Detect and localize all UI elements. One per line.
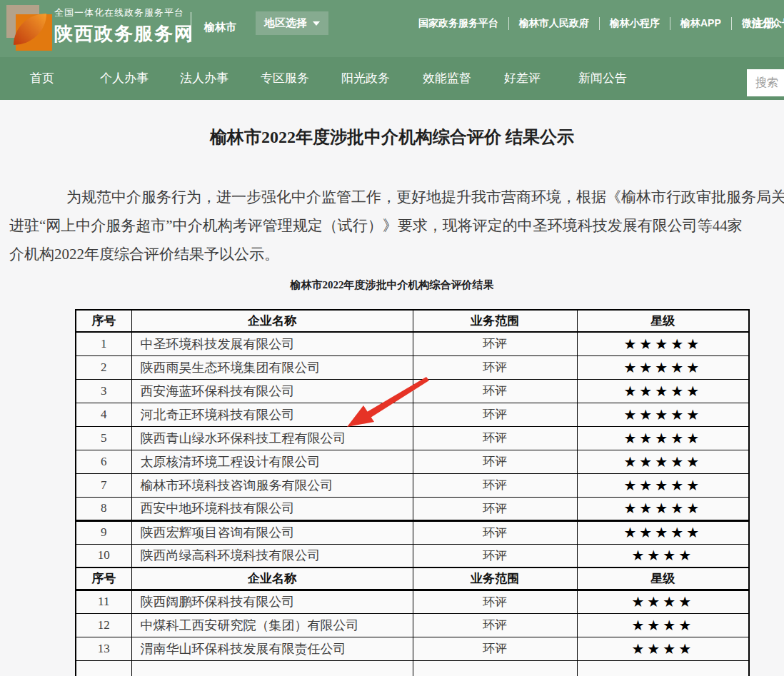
empty-cell <box>131 660 413 676</box>
table-header-row: 序号企业名称业务范围星级 <box>76 567 749 590</box>
company-name-cell: 陕西宏辉项目咨询有限公司 <box>131 520 413 544</box>
business-scope-cell: 环评 <box>413 332 577 355</box>
business-scope-cell: 环评 <box>413 497 577 520</box>
row-number-cell: 4 <box>76 403 131 426</box>
column-header: 业务范围 <box>413 567 577 590</box>
external-links: 国家政务服务平台榆林市人民政府榆林小程序榆林APP微信公众号 <box>408 0 784 47</box>
nav-item[interactable]: 好差评 <box>504 57 541 100</box>
site-name: 陕西政务服务网 <box>54 21 194 46</box>
star-rating-cell: ★★★★★ <box>577 426 749 450</box>
external-link[interactable]: 榆林小程序 <box>599 17 670 30</box>
star-rating-cell: ★★★★ <box>577 590 749 613</box>
table-row: 10陕西尚绿高科环境科技有限公司环评★★★★ <box>76 544 749 567</box>
table-row: 6太原核清环境工程设计有限公司环评★★★★★ <box>76 450 749 473</box>
current-city[interactable]: 榆林市 <box>204 21 236 34</box>
column-header: 星级 <box>577 567 749 590</box>
row-number-cell: 7 <box>76 473 131 497</box>
table-header-row: 序号企业名称业务范围星级 <box>76 310 749 332</box>
red-arrow-annotation <box>336 371 436 432</box>
row-number-cell: 6 <box>76 450 131 473</box>
star-rating-cell: ★★★★★ <box>577 473 749 497</box>
table-row: 7榆林市环境科技咨询服务有限公司环评★★★★★ <box>76 473 749 497</box>
company-name-cell: 陕西尚绿高科环境科技有限公司 <box>131 544 413 567</box>
table-row: 8西安中地环境科技有限公司环评★★★★★ <box>76 497 749 520</box>
table-row: 11陕西阔鹏环保科技有限公司环评★★★★ <box>76 590 749 613</box>
nav-item[interactable]: 新闻公告 <box>578 57 627 100</box>
nav-item[interactable]: 首页 <box>30 57 54 100</box>
platform-tagline: 全国一体化在线政务服务平台 <box>54 6 194 19</box>
chevron-down-icon <box>313 21 320 26</box>
row-number-cell: 13 <box>76 637 131 660</box>
star-rating-cell: ★★★★★ <box>577 355 749 379</box>
table-caption: 榆林市2022年度涉批中介机构综合评价结果 <box>0 278 784 292</box>
business-scope-cell: 环评 <box>413 520 577 544</box>
register-link[interactable]: 注册 <box>752 16 775 31</box>
region-selector-label: 地区选择 <box>264 16 307 30</box>
table-row: 9陕西宏辉项目咨询有限公司环评★★★★★ <box>76 520 749 544</box>
empty-cell <box>76 660 131 676</box>
nav-item[interactable]: 效能监督 <box>423 57 471 100</box>
company-name-cell: 榆林市环境科技咨询服务有限公司 <box>131 473 413 497</box>
region-selector-button[interactable]: 地区选择 <box>256 11 328 35</box>
column-header: 业务范围 <box>413 310 577 332</box>
external-link[interactable]: 榆林APP <box>670 17 731 30</box>
column-header: 企业名称 <box>131 310 413 332</box>
notice-paragraph: 为规范中介服务行为，进一步强化中介监管工作，更好地提升我市营商环境，根据《榆林市… <box>9 183 784 268</box>
column-header: 序号 <box>76 567 131 590</box>
star-rating-cell: ★★★★★ <box>577 520 749 544</box>
star-rating-cell: ★★★★ <box>577 544 749 567</box>
company-name-cell: 渭南华山环保科技发展有限责任公司 <box>131 637 413 660</box>
business-scope-cell: 环评 <box>413 637 577 660</box>
star-rating-cell: ★★★★★ <box>577 403 749 426</box>
header-divider <box>191 12 191 42</box>
company-name-cell: 中圣环境科技发展有限公司 <box>131 332 413 355</box>
business-scope-cell: 环评 <box>413 403 577 426</box>
row-number-cell: 11 <box>76 590 131 613</box>
business-scope-cell: 环评 <box>413 590 577 613</box>
paragraph-line: 为规范中介服务行为，进一步强化中介监管工作，更好地提升我市营商环境，根据《榆林市… <box>9 183 784 211</box>
table-row: 12中煤科工西安研究院（集团）有限公司环评★★★★ <box>76 613 749 637</box>
paragraph-line: 介机构2022年度综合评价结果予以公示。 <box>9 240 784 268</box>
main-nav: 首页个人办事法人办事专区服务阳光政务效能监督好差评新闻公告 <box>0 57 784 100</box>
external-link[interactable]: 榆林市人民政府 <box>508 17 599 30</box>
business-scope-cell: 环评 <box>413 355 577 379</box>
company-name-cell: 西安中地环境科技有限公司 <box>131 497 413 520</box>
star-rating-cell: ★★★★★ <box>577 332 749 355</box>
paragraph-line: 进驻“网上中介服务超市”中介机构考评管理规定（试行）》要求，现将评定的中圣环境科… <box>9 211 784 240</box>
company-name-cell: 陕西阔鹏环保科技有限公司 <box>131 590 413 613</box>
business-scope-cell: 环评 <box>413 426 577 450</box>
nav-item[interactable]: 个人办事 <box>100 57 149 100</box>
brand-block: 全国一体化在线政务服务平台 陕西政务服务网 <box>54 6 194 46</box>
empty-cell <box>577 660 749 676</box>
nav-item[interactable]: 法人办事 <box>180 57 228 100</box>
column-header: 序号 <box>76 310 131 332</box>
site-logo-icon <box>6 5 52 51</box>
row-number-cell: 3 <box>76 379 131 403</box>
business-scope-cell: 环评 <box>413 613 577 637</box>
row-number-cell: 5 <box>76 426 131 450</box>
business-scope-cell: 环评 <box>413 473 577 497</box>
table-row <box>76 660 749 676</box>
star-rating-cell: ★★★★★ <box>577 379 749 403</box>
external-link[interactable]: 国家政务服务平台 <box>408 17 508 30</box>
column-header: 企业名称 <box>131 567 413 590</box>
star-rating-cell: ★★★★ <box>577 637 749 660</box>
search-input[interactable] <box>747 69 784 96</box>
business-scope-cell: 环评 <box>413 450 577 473</box>
page: 全国一体化在线政务服务平台 陕西政务服务网 榆林市 地区选择 国家政务服务平台榆… <box>0 0 784 676</box>
row-number-cell: 9 <box>76 520 131 544</box>
row-number-cell: 10 <box>76 544 131 567</box>
nav-item[interactable]: 专区服务 <box>261 57 309 100</box>
row-number-cell: 2 <box>76 355 131 379</box>
site-header: 全国一体化在线政务服务平台 陕西政务服务网 榆林市 地区选择 国家政务服务平台榆… <box>0 0 784 57</box>
company-name-cell: 太原核清环境工程设计有限公司 <box>131 450 413 473</box>
star-rating-cell: ★★★★ <box>577 613 749 637</box>
table-row: 13渭南华山环保科技发展有限责任公司环评★★★★ <box>76 637 749 660</box>
nav-item[interactable]: 阳光政务 <box>341 57 390 100</box>
row-number-cell: 1 <box>76 332 131 355</box>
star-rating-cell: ★★★★★ <box>577 497 749 520</box>
row-number-cell: 8 <box>76 497 131 520</box>
empty-cell <box>413 660 577 676</box>
column-header: 星级 <box>577 310 749 332</box>
table-row: 1中圣环境科技发展有限公司环评★★★★★ <box>76 332 749 355</box>
